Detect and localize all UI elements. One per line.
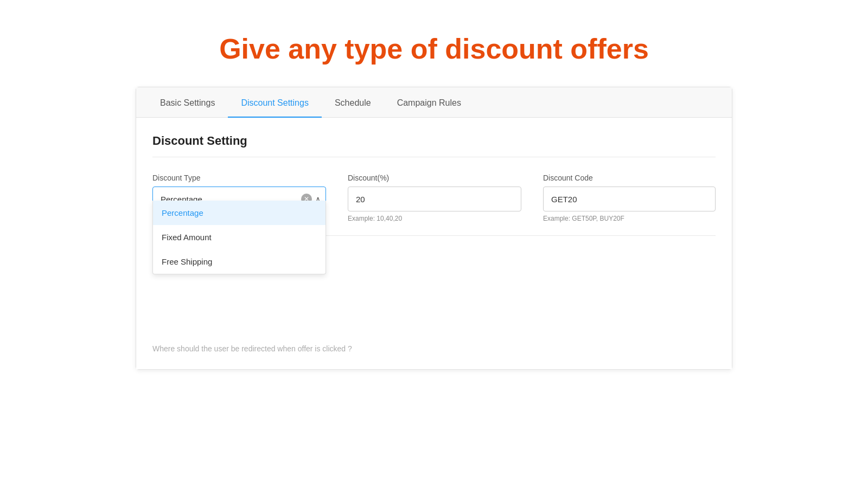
section-title: Discount Setting (152, 134, 716, 157)
tab-discount-settings[interactable]: Discount Settings (228, 87, 322, 118)
dropdown-option-fixed[interactable]: Fixed Amount (153, 225, 326, 249)
tab-schedule[interactable]: Schedule (322, 87, 384, 118)
main-card: Basic Settings Discount Settings Schedul… (136, 87, 732, 370)
discount-code-hint: Example: GET50P, BUY20F (543, 215, 716, 222)
page-title: Give any type of discount offers (0, 33, 868, 65)
discount-pct-field: Discount(%) Example: 10,40,20 (348, 174, 521, 222)
fields-row: Discount Type ✕ ∧ Percentage Fixed Amoun… (152, 174, 716, 222)
tabs-bar: Basic Settings Discount Settings Schedul… (136, 87, 732, 118)
discount-type-field: Discount Type ✕ ∧ Percentage Fixed Amoun… (152, 174, 326, 211)
redirect-hint: Where should the user be redirected when… (152, 344, 716, 353)
discount-pct-input[interactable] (348, 187, 521, 211)
page-title-section: Give any type of discount offers (0, 0, 868, 87)
tab-basic-settings[interactable]: Basic Settings (147, 87, 228, 118)
discount-pct-hint: Example: 10,40,20 (348, 215, 521, 222)
discount-code-label: Discount Code (543, 174, 716, 182)
discount-code-input-wrapper (543, 187, 716, 211)
dropdown-menu: Percentage Fixed Amount Free Shipping (152, 201, 326, 274)
tab-campaign-rules[interactable]: Campaign Rules (384, 87, 474, 118)
discount-code-field: Discount Code Example: GET50P, BUY20F (543, 174, 716, 222)
discount-type-label: Discount Type (152, 174, 326, 182)
discount-pct-input-wrapper (348, 187, 521, 211)
dropdown-option-percentage[interactable]: Percentage (153, 201, 326, 225)
card-body: Discount Setting Discount Type ✕ ∧ Perce… (136, 118, 732, 369)
discount-pct-label: Discount(%) (348, 174, 521, 182)
discount-code-input[interactable] (543, 187, 716, 211)
dropdown-option-shipping[interactable]: Free Shipping (153, 249, 326, 274)
